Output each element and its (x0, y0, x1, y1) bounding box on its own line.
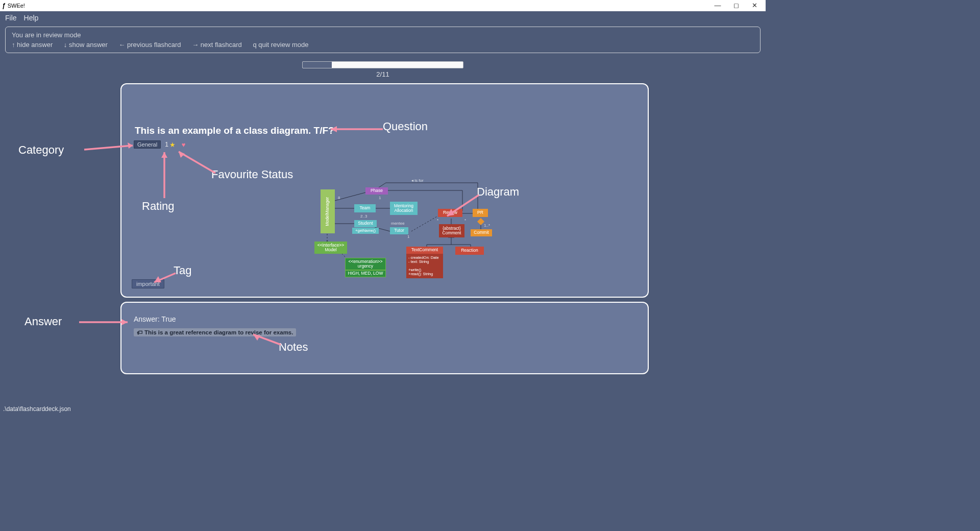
box-enumeration: <<enumeration>> urgency (345, 258, 386, 270)
box-tc-attrs: - createdOn: Date - text: String (406, 254, 443, 266)
hint-show-answer: ↓ show answer (64, 41, 108, 49)
box-textcomment: TextComment (406, 247, 443, 254)
lbl-mentee: mentee (391, 221, 405, 226)
annotation-favourite: Favourite Status (211, 168, 293, 181)
note-icon: 🏷 (137, 329, 142, 335)
progress-fill (303, 62, 332, 68)
box-enum-values: HIGH, MED, LOW (345, 270, 386, 277)
hint-next: → next flashcard (192, 41, 242, 49)
lbl-sa: * (437, 218, 438, 223)
annotation-answer: Answer (24, 315, 62, 328)
progress-bar (302, 61, 463, 68)
box-tutor: Tutor (390, 227, 408, 234)
box-mentoring: Mentoring Allocation (390, 202, 418, 215)
box-review: Review (438, 209, 462, 217)
box-reaction: Reaction (455, 247, 484, 255)
window-titlebar: ƒ SWEe! — ◻ ✕ (0, 0, 766, 11)
app-icon: ƒ (2, 2, 6, 9)
note-text: This is a great reference diagram to rev… (144, 329, 293, 335)
maximize-button[interactable]: ◻ (727, 0, 745, 11)
note-chip: 🏷 This is a great reference diagram to r… (134, 328, 296, 336)
lbl-m8: 8 (338, 196, 340, 200)
star-icon: ★ (169, 141, 176, 149)
annotation-notes: Notes (279, 341, 308, 354)
annotation-category: Category (18, 143, 64, 157)
app-title: SWEe! (8, 3, 25, 9)
box-model-manager: ModelManager (321, 189, 335, 233)
rating-indicator: 1 ★ (165, 141, 176, 149)
status-path: .\data\flashcarddeck.json (3, 405, 71, 413)
box-interface: <<interface>> Model (314, 242, 347, 254)
progress-label: 2/11 (376, 70, 389, 78)
box-pr: PR (473, 209, 488, 217)
progress-section: 2/11 (0, 61, 766, 78)
box-phase: Phase (365, 187, 388, 195)
box-student: Student (354, 220, 377, 227)
menu-help[interactable]: Help (24, 14, 39, 22)
card-area: This is an example of a class diagram. T… (0, 78, 766, 404)
menu-bar: File Help (0, 11, 766, 25)
lbl-star: * (464, 218, 466, 223)
flashcard-question-panel: This is an example of a class diagram. T… (120, 83, 649, 298)
lbl-m1b: 1 (379, 196, 381, 200)
flashcard-answer-panel: Answer: True 🏷 This is a great reference… (120, 302, 649, 374)
tag-chip: important (132, 279, 164, 288)
hint-quit: q quit review mode (253, 41, 308, 49)
lbl-m1a: 1 (407, 234, 409, 239)
close-button[interactable]: ✕ (745, 0, 764, 11)
answer-text: Answer: True (134, 315, 635, 323)
annotation-question: Question (383, 120, 428, 133)
box-tc-ops: +write() +read(): String (406, 266, 443, 278)
status-bar: .\data\flashcarddeck.json (0, 404, 766, 415)
category-chip: General (134, 140, 161, 149)
annotation-tag: Tag (174, 264, 191, 277)
hint-hide-answer: ↑ hide answer (12, 41, 53, 49)
favourite-icon: ♥ (182, 141, 186, 149)
rating-value: 1 (165, 141, 168, 148)
keyboard-hints: ↑ hide answer ↓ show answer ← previous f… (12, 41, 754, 49)
lbl-1s: 1..* (484, 223, 490, 228)
lbl-is-for: ◂ is for (411, 178, 424, 183)
minimize-button[interactable]: — (708, 0, 727, 11)
review-mode-infobox: You are in review mode ↑ hide answer ↓ s… (5, 27, 761, 53)
lbl-m23: 2..3 (360, 214, 367, 219)
annotation-rating: Rating (142, 200, 175, 213)
menu-file[interactable]: File (5, 14, 17, 22)
annotation-diagram: Diagram (477, 185, 519, 199)
hint-previous: ← previous flashcard (118, 41, 181, 49)
box-abstract-comment: {abstract} Comment (439, 224, 464, 237)
class-diagram: ModelManager Phase Team Mentoring Alloca… (309, 180, 575, 287)
review-mode-line: You are in review mode (12, 31, 754, 39)
card-meta-row: General 1 ★ ♥ (134, 140, 635, 149)
box-commit: Commit (471, 229, 492, 236)
box-team: Team (354, 204, 376, 212)
box-getname: +getName() (352, 228, 379, 234)
